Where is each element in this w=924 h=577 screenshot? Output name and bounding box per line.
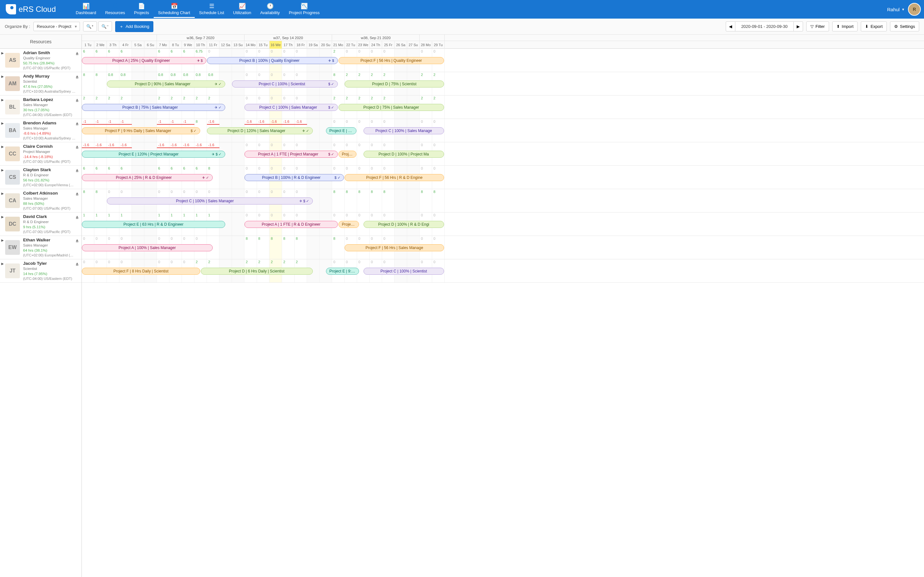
resource-row[interactable]: ▶ BL Barbara Lopez Sales Manager 30 hrs … bbox=[0, 95, 81, 119]
timeline-row[interactable]: 880000000000008888888Project C | 100% | … bbox=[82, 189, 924, 213]
booking-bar[interactable]: Project A | 1 FTE | Project Manager$ ✓ bbox=[244, 151, 338, 158]
timeline-row[interactable]: 111111111000000000000Project E | 63 Hrs … bbox=[82, 213, 924, 236]
resource-row[interactable]: ▶ JT Jacob Tyler Scientist 14 hrs (7.95%… bbox=[0, 259, 81, 283]
booking-bar[interactable]: Project F | 56 Hrs | Sales Manage bbox=[344, 244, 444, 251]
booking-bar[interactable]: Project A | 25% | R & D Engineer✈ ✓ bbox=[82, 174, 213, 181]
rss-icon[interactable]: ⋔ bbox=[75, 145, 79, 150]
day-header[interactable]: 18 Fr bbox=[294, 41, 307, 49]
day-header[interactable]: 25 Fr bbox=[382, 41, 395, 49]
booking-bar[interactable]: Project C | 100% | Sales Manage bbox=[363, 127, 444, 134]
day-header[interactable]: 13 Su bbox=[232, 41, 244, 49]
rss-icon[interactable]: ⋔ bbox=[75, 98, 79, 103]
day-header[interactable]: 12 Sa bbox=[220, 41, 232, 49]
day-header[interactable]: 23 We bbox=[357, 41, 370, 49]
timeline-row[interactable]: 000000022222220000000Project F | 8 Hrs D… bbox=[82, 259, 924, 283]
booking-bar[interactable]: Project C | 100% | Sales Manager$ ✓ bbox=[244, 104, 338, 111]
day-header[interactable]: 7 Mo bbox=[157, 41, 170, 49]
day-header[interactable]: 1 Tu bbox=[82, 41, 94, 49]
booking-bar[interactable]: Project F | 8 Hrs Daily | Scientist bbox=[82, 268, 200, 275]
booking-bar[interactable]: Project B | 100% | R & D Engineer$ ✓ bbox=[244, 174, 344, 181]
booking-bar[interactable]: Project A | 25% | Quality Engineer✈ $ bbox=[82, 57, 206, 64]
user-menu[interactable]: Rahul ▼ R bbox=[887, 3, 921, 16]
resource-row[interactable]: ▶ DC David Clark R & D Engineer 9 hrs (5… bbox=[0, 213, 81, 236]
day-header[interactable]: 3 Th bbox=[107, 41, 120, 49]
day-header[interactable]: 17 Th bbox=[282, 41, 294, 49]
timeline-row[interactable]: 66666666.750000002000000Project A | 25% … bbox=[82, 49, 924, 72]
resource-row[interactable]: ▶ CC Claire Cornish Project Manager -14.… bbox=[0, 142, 81, 166]
booking-bar[interactable]: Project F | ... bbox=[338, 221, 359, 228]
day-header[interactable]: 15 Tu bbox=[257, 41, 270, 49]
timeline-row[interactable]: -1-1-1-1-1-1-18-1.6-1.6-1.6-1.6-1.6-1.60… bbox=[82, 119, 924, 142]
booking-bar[interactable]: Project C | 100% | Sales Manager✈ $ ✓ bbox=[107, 197, 313, 205]
export-button[interactable]: ⬇Export bbox=[861, 21, 887, 31]
day-header[interactable]: 11 Fr bbox=[207, 41, 220, 49]
day-header[interactable]: 2 We bbox=[94, 41, 107, 49]
add-booking-button[interactable]: ＋Add Booking bbox=[115, 21, 153, 32]
expand-icon[interactable]: ▶ bbox=[1, 192, 4, 195]
date-next-button[interactable]: ▶ bbox=[793, 21, 803, 31]
day-header[interactable]: 29 Tu bbox=[432, 41, 445, 49]
organize-by-select[interactable]: Resource - Project bbox=[33, 22, 80, 31]
rss-icon[interactable]: ⋔ bbox=[75, 262, 79, 267]
day-header[interactable]: 28 Mo bbox=[420, 41, 432, 49]
day-header[interactable]: 26 Sa bbox=[395, 41, 407, 49]
date-range-display[interactable]: 2020-09-01 - 2020-09-30 bbox=[735, 21, 794, 31]
booking-bar[interactable]: Project D | 100% | R & D Engi bbox=[363, 221, 444, 228]
expand-icon[interactable]: ▶ bbox=[1, 168, 4, 172]
rss-icon[interactable]: ⋔ bbox=[75, 75, 79, 79]
booking-bar[interactable]: Project F | 56 Hrs | Quality Engineer bbox=[338, 57, 444, 64]
day-header[interactable]: 22 Tu bbox=[344, 41, 357, 49]
expand-icon[interactable]: ▶ bbox=[1, 98, 4, 102]
expand-icon[interactable]: ▶ bbox=[1, 121, 4, 125]
zoom-out-button[interactable]: 🔍⁻ bbox=[98, 21, 112, 31]
booking-bar[interactable]: Project D | 6 Hrs Daily | Scientist bbox=[201, 268, 313, 275]
booking-bar[interactable]: Project E | 120% | Project Manager✈ $ ✓ bbox=[82, 151, 225, 158]
import-button[interactable]: ⬆Import bbox=[832, 21, 858, 31]
expand-icon[interactable]: ▶ bbox=[1, 51, 4, 55]
nav-schedule-list[interactable]: ☰Schedule List bbox=[195, 1, 229, 18]
day-header[interactable]: 14 Mo bbox=[244, 41, 257, 49]
expand-icon[interactable]: ▶ bbox=[1, 215, 4, 219]
day-header[interactable]: 6 Su bbox=[144, 41, 157, 49]
booking-bar[interactable]: Project A | 1 FTE | R & D Engineer bbox=[244, 221, 338, 228]
nav-project-progress[interactable]: 📉Project Progress bbox=[284, 1, 324, 18]
resource-row[interactable]: ▶ CA Colbert Atkinson Sales Manager 88 h… bbox=[0, 189, 81, 213]
filter-button[interactable]: ▽Filter bbox=[806, 21, 829, 31]
nav-projects[interactable]: 📄Projects bbox=[129, 1, 153, 18]
booking-bar[interactable]: Project C | 100% | Scientist$ ✓ bbox=[232, 81, 338, 87]
resource-row[interactable]: ▶ EW Ethan Walker Sales Manager 64 hrs (… bbox=[0, 236, 81, 259]
booking-bar[interactable]: Project F | 9 Hrs Daily | Sales Manager$… bbox=[82, 127, 200, 134]
day-header[interactable]: 20 Su bbox=[320, 41, 332, 49]
booking-bar[interactable]: Project B | 75% | Sales Manager✈ ✓ bbox=[82, 104, 225, 111]
rss-icon[interactable]: ⋔ bbox=[75, 168, 79, 173]
timeline-row[interactable]: 666666668000000000000Project A | 25% | R… bbox=[82, 166, 924, 189]
day-header[interactable]: 27 Su bbox=[407, 41, 420, 49]
resource-row[interactable]: ▶ CS Clayton Stark R & D Engineer 56 hrs… bbox=[0, 166, 81, 189]
nav-availability[interactable]: 🕐Availability bbox=[256, 1, 284, 18]
booking-bar[interactable]: Project D | 90% | Sales Manager✈ ✓ bbox=[107, 81, 225, 87]
booking-bar[interactable]: Project F | 56 Hrs | R & D Engine bbox=[344, 174, 444, 181]
expand-icon[interactable]: ▶ bbox=[1, 145, 4, 148]
timeline-row[interactable]: 00000000888888000000Project A | 100% | S… bbox=[82, 236, 924, 259]
day-header[interactable]: 4 Fr bbox=[120, 41, 132, 49]
nav-scheduling-chart[interactable]: 📅Scheduling Chart bbox=[153, 1, 195, 18]
resource-row[interactable]: ▶ AS Adrian Smith Quality Engineer 50.75… bbox=[0, 49, 81, 72]
timeline-row[interactable]: -1.6-1.6-1.6-1.6-1.6-1.6-1.6-1.6-1.60000… bbox=[82, 142, 924, 166]
resource-row[interactable]: ▶ AM Andy Murray Scientist 47.6 hrs (27.… bbox=[0, 72, 81, 95]
rss-icon[interactable]: ⋔ bbox=[75, 192, 79, 197]
booking-bar[interactable]: Project D | 75% | Scientist bbox=[344, 81, 444, 87]
expand-icon[interactable]: ▶ bbox=[1, 262, 4, 266]
day-header[interactable]: 5 Sa bbox=[132, 41, 144, 49]
day-header[interactable]: 10 Th bbox=[194, 41, 207, 49]
logo[interactable]: eRS Cloud bbox=[3, 4, 58, 15]
nav-utilization[interactable]: 📈Utilization bbox=[229, 1, 256, 18]
timeline-row[interactable]: 880.80.80.80.80.80.80.8000008222222Proje… bbox=[82, 72, 924, 95]
booking-bar[interactable]: Project A | 100% | Sales Manager bbox=[82, 244, 213, 251]
timeline-row[interactable]: 222222222000002222222Project B | 75% | S… bbox=[82, 95, 924, 119]
day-header[interactable]: 8 Tu bbox=[170, 41, 182, 49]
booking-bar[interactable]: Project E | 63 Hrs | R & D Engineer bbox=[82, 221, 225, 228]
day-header[interactable]: 16 We bbox=[270, 41, 282, 49]
resource-row[interactable]: ▶ BA Brendon Adams Sales Manager -8.6 hr… bbox=[0, 119, 81, 142]
booking-bar[interactable]: Project D | 75% | Sales Manager bbox=[338, 104, 444, 111]
settings-button[interactable]: ⚙Settings bbox=[890, 21, 919, 31]
